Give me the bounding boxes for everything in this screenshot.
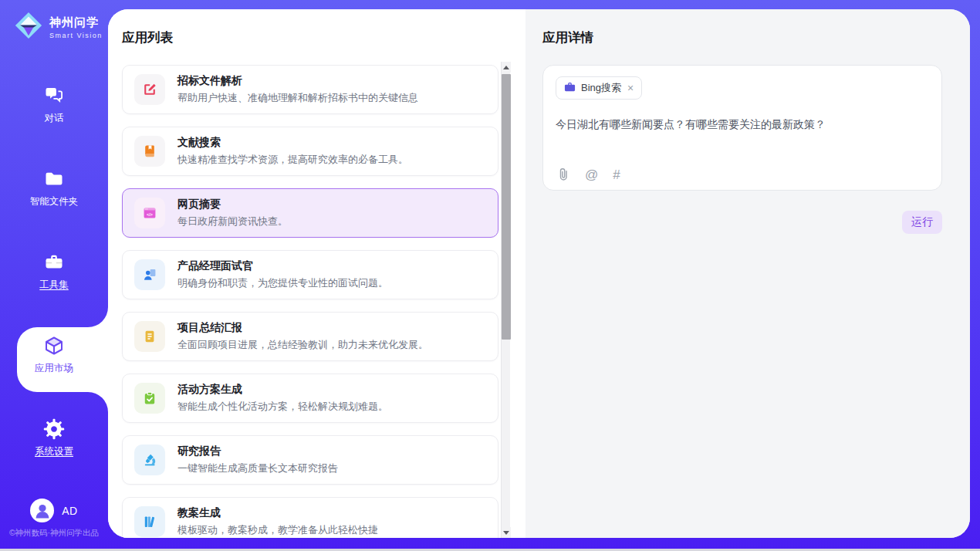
app-card-description: 一键智能生成高质量长文本研究报告 <box>177 461 338 475</box>
app-list-title: 应用列表 <box>122 29 525 45</box>
brand-tagline: Smart Vision <box>49 32 103 39</box>
scroll-up-button[interactable] <box>502 62 511 73</box>
brand-logo: 神州问学 Smart Vision <box>0 0 108 43</box>
app-card-description: 每日政府新闻资讯快查。 <box>177 215 288 228</box>
scrollbar-thumb[interactable] <box>502 74 511 340</box>
sidebar-item-app-market[interactable]: 应用市场 <box>0 324 108 407</box>
app-card[interactable]: 招标文件解析 帮助用户快速、准确地理解和解析招标书中的关键信息 <box>122 65 498 114</box>
attachment-icon[interactable] <box>556 167 570 181</box>
app-card-title: 产品经理面试官 <box>177 259 388 273</box>
composer-toolbar: @ # <box>556 167 620 181</box>
app-card-title: 网页摘要 <box>177 198 288 211</box>
run-button[interactable]: 运行 <box>902 211 942 234</box>
app-card-list: 招标文件解析 帮助用户快速、准确地理解和解析招标书中的关键信息 文献搜索 快速精… <box>122 65 498 538</box>
sidebar-item-label: 智能文件夹 <box>30 195 79 208</box>
web-code-icon: </> <box>134 198 165 228</box>
scroll-down-button[interactable] <box>502 527 511 538</box>
active-tab-background <box>17 307 108 412</box>
copyright-footer: ©神州数码·神州问学出品 <box>0 528 108 539</box>
prompt-composer[interactable]: Bing搜索 × 今日湖北有哪些新闻要点？有哪些需要关注的最新政策？ @ # <box>542 65 942 191</box>
app-detail-title: 应用详情 <box>542 29 942 45</box>
gear-icon <box>43 418 65 440</box>
hash-icon[interactable]: # <box>613 168 620 181</box>
app-card[interactable]: 研究报告 一键智能生成高质量长文本研究报告 <box>122 435 498 485</box>
toolbox-icon <box>43 252 65 273</box>
tool-tag-bing-search[interactable]: Bing搜索 × <box>556 76 642 100</box>
run-row: 运行 <box>542 211 942 234</box>
brand-name: 神州问学 <box>49 15 103 30</box>
app-card-description: 帮助用户快速、准确地理解和解析招标书中的关键信息 <box>177 91 418 105</box>
sidebar-nav: 对话 智能文件夹 工具集 <box>0 74 108 491</box>
app-card-description: 智能生成个性化活动方案，轻松解决规划难题。 <box>177 400 388 414</box>
app-card-title: 项目总结汇报 <box>177 321 428 335</box>
avatar[interactable] <box>30 499 54 522</box>
app-card-title: 文献搜索 <box>177 136 408 150</box>
sidebar-item-label: 对话 <box>45 112 64 125</box>
sidebar-item-label: 工具集 <box>39 279 69 292</box>
microscope-icon <box>134 445 165 475</box>
sidebar-item-settings[interactable]: 系统设置 <box>0 407 108 491</box>
user-initials: AD <box>62 505 77 517</box>
sidebar-item-smart-folder[interactable]: 智能文件夹 <box>0 157 108 241</box>
cube-icon <box>43 335 65 357</box>
close-icon[interactable]: × <box>627 83 634 93</box>
app-card-title: 活动方案生成 <box>177 383 388 397</box>
triangle-down-icon <box>503 531 509 535</box>
app-card[interactable]: 项目总结汇报 全面回顾项目进展，总结经验教训，助力未来优化发展。 <box>122 312 498 361</box>
books-icon <box>134 506 165 537</box>
user-account[interactable]: AD <box>0 499 108 522</box>
app-list-panel: 应用列表 招标文件解析 帮助用户快速、准确地理解和解析招标书中的关键信息 文献搜… <box>108 9 525 538</box>
app-card-description: 明确身份和职责，为您提供专业性的面试问题。 <box>177 276 388 290</box>
triangle-up-icon <box>503 66 509 69</box>
app-card[interactable]: </> 网页摘要 每日政府新闻资讯快查。 <box>122 188 498 238</box>
sidebar-item-label: 应用市场 <box>35 362 73 375</box>
app-card[interactable]: 产品经理面试官 明确身份和职责，为您提供专业性的面试问题。 <box>122 250 498 299</box>
diamond-logo-icon <box>14 11 43 43</box>
briefcase-icon <box>564 81 576 96</box>
app-card[interactable]: 活动方案生成 智能生成个性化活动方案，轻松解决规划难题。 <box>122 374 498 423</box>
prompt-input[interactable]: 今日湖北有哪些新闻要点？有哪些需要关注的最新政策？ <box>556 117 929 133</box>
interviewer-icon <box>134 259 165 290</box>
folder-icon <box>43 168 65 190</box>
main-content: 应用列表 招标文件解析 帮助用户快速、准确地理解和解析招标书中的关键信息 文献搜… <box>108 9 970 538</box>
app-card-title: 教案生成 <box>177 506 378 520</box>
chat-icon <box>43 85 65 106</box>
tool-tag-label: Bing搜索 <box>581 81 621 95</box>
app-card[interactable]: 教案生成 模板驱动，教案秒成，教学准备从此轻松快捷 <box>122 497 498 538</box>
app-card[interactable]: 文献搜索 快速精准查找学术资源，提高研究效率的必备工具。 <box>122 127 498 176</box>
scrollbar[interactable] <box>501 62 510 538</box>
app-detail-panel: 应用详情 Bing搜索 × 今日湖北有哪些新闻要点？有哪些需要关注的最新政策？ <box>525 9 970 538</box>
svg-text:</>: </> <box>147 212 153 217</box>
sidebar-item-label: 系统设置 <box>35 445 73 458</box>
sidebar-item-chat[interactable]: 对话 <box>0 74 108 157</box>
clipboard-check-icon <box>134 383 165 414</box>
mention-icon[interactable]: @ <box>585 168 598 181</box>
app-card-title: 招标文件解析 <box>177 74 418 88</box>
app-card-description: 快速精准查找学术资源，提高研究效率的必备工具。 <box>177 153 408 167</box>
sidebar: 神州问学 Smart Vision 对话 智能文件夹 <box>0 0 108 551</box>
report-note-icon <box>134 321 165 352</box>
app-card-description: 模板驱动，教案秒成，教学准备从此轻松快捷 <box>177 523 378 537</box>
bid-edit-icon <box>134 74 165 105</box>
book-icon <box>134 136 165 167</box>
app-card-description: 全面回顾项目进展，总结经验教训，助力未来优化发展。 <box>177 338 428 352</box>
app-card-title: 研究报告 <box>177 445 338 458</box>
